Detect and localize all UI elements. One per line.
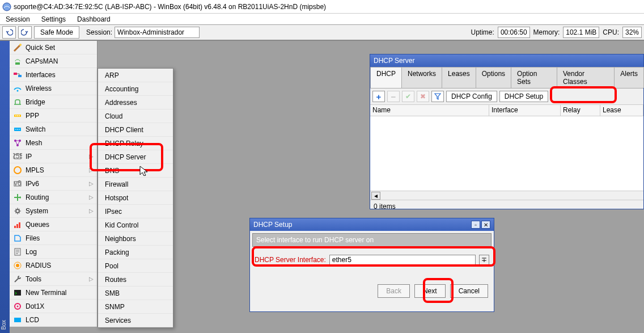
tab-leases[interactable]: Leases: [442, 67, 476, 88]
sidebar-item-ipv6[interactable]: v6IPv6▷: [10, 177, 97, 191]
remove-button[interactable]: −: [387, 91, 400, 102]
menu-settings[interactable]: Settings: [36, 14, 71, 24]
sidebar-item-ppp[interactable]: PPP: [10, 109, 97, 123]
capsman-icon: [13, 57, 22, 66]
dhcp-config-button[interactable]: DHCP Config: [446, 91, 497, 102]
dhcp-server-titlebar[interactable]: DHCP Server: [370, 54, 643, 67]
submenu-dns[interactable]: DNS: [98, 164, 173, 178]
filter-button[interactable]: [431, 91, 444, 102]
sidebar-item-queues[interactable]: Queues: [10, 218, 97, 231]
enable-button[interactable]: ✔: [402, 91, 414, 102]
sidebar-item-system[interactable]: System▷: [10, 204, 97, 218]
chevron-right-icon: ▷: [89, 153, 94, 159]
sidebar-item-bridge[interactable]: Bridge: [10, 95, 97, 109]
sidebar-item-switch[interactable]: Switch: [10, 123, 97, 136]
dhcp-grid-body[interactable]: [370, 116, 643, 191]
romon-stripe: Box: [0, 41, 10, 333]
submenu-firewall[interactable]: Firewall: [98, 178, 173, 191]
files-icon: [13, 234, 22, 243]
submenu-services[interactable]: Services: [98, 314, 173, 327]
submenu-arp[interactable]: ARP: [98, 69, 173, 82]
next-button[interactable]: Next: [414, 284, 446, 298]
sidebar-item-quickset[interactable]: Quick Set: [10, 41, 97, 54]
submenu-hotspot[interactable]: Hotspot: [98, 191, 173, 205]
back-button[interactable]: Back: [378, 284, 410, 298]
submenu-kidcontrol[interactable]: Kid Control: [98, 218, 173, 232]
window-minimize-button[interactable]: ▫: [471, 221, 480, 229]
dhcp-interface-label: DHCP Server Interface:: [255, 256, 326, 264]
dhcp-setup-titlebar[interactable]: DHCP Setup ▫ ✕: [250, 218, 494, 231]
window-title: soporte@C4:AD:34:7E:92:5C (LAB-ISP-ABC) …: [14, 3, 326, 11]
session-field[interactable]: Winbox-Administrador: [115, 27, 200, 38]
sidebar-item-dot1x[interactable]: Dot1X: [10, 300, 97, 313]
svg-rect-4: [18, 75, 22, 77]
sidebar-item-files[interactable]: Files: [10, 231, 97, 245]
tab-networks[interactable]: Networks: [401, 67, 442, 88]
submenu-packing[interactable]: Packing: [98, 246, 173, 259]
sidebar-item-radius[interactable]: RADIUS: [10, 259, 97, 272]
sidebar-item-routing[interactable]: Routing▷: [10, 191, 97, 204]
svg-rect-22: [19, 222, 20, 228]
submenu-smb[interactable]: SMB: [98, 286, 173, 300]
window-close-button[interactable]: ✕: [481, 221, 490, 229]
submenu-pool[interactable]: Pool: [98, 259, 173, 273]
x-icon: ✖: [420, 92, 426, 100]
sidebar-item-log[interactable]: Log: [10, 245, 97, 259]
tab-optionsets[interactable]: Option Sets: [511, 67, 557, 88]
svg-point-19: [16, 209, 19, 213]
submenu-accounting[interactable]: Accounting: [98, 82, 173, 96]
dhcp-setup-body: Select interface to run DHCP server on D…: [250, 233, 494, 305]
sidebar-item-mpls[interactable]: MPLS▷: [10, 163, 97, 177]
sidebar-item-interfaces[interactable]: Interfaces: [10, 68, 97, 82]
dhcp-interface-input[interactable]: ether5: [329, 255, 476, 265]
chevron-down-icon: ∓: [481, 256, 487, 264]
col-lease[interactable]: Lease: [600, 105, 643, 116]
tab-vendorclasses[interactable]: Vendor Classes: [557, 67, 615, 88]
sidebar-item-ip[interactable]: 255IP▷: [10, 150, 97, 163]
submenu-addresses[interactable]: Addresses: [98, 96, 173, 109]
col-interface[interactable]: Interface: [489, 105, 561, 116]
sidebar-item-mesh[interactable]: Mesh: [10, 136, 97, 150]
col-name[interactable]: Name: [370, 105, 489, 116]
window-titlebar: soporte@C4:AD:34:7E:92:5C (LAB-ISP-ABC) …: [0, 0, 644, 14]
tab-dhcp[interactable]: DHCP: [370, 67, 402, 88]
wand-icon: [13, 43, 22, 52]
submenu-dhcprelay[interactable]: DHCP Relay: [98, 137, 173, 150]
tab-options[interactable]: Options: [476, 67, 511, 88]
col-relay[interactable]: Relay: [561, 105, 600, 116]
scroll-left-icon[interactable]: ◂: [371, 192, 380, 200]
submenu-dhcpclient[interactable]: DHCP Client: [98, 123, 173, 137]
add-button[interactable]: +: [372, 91, 385, 102]
h-scrollbar[interactable]: ◂: [370, 191, 643, 200]
submenu-neighbors[interactable]: Neighbors: [98, 232, 173, 246]
log-icon: [13, 247, 22, 256]
menu-dashboard[interactable]: Dashboard: [71, 14, 116, 24]
safe-mode-button[interactable]: Safe Mode: [34, 26, 79, 39]
sidebar-item-capsman[interactable]: CAPsMAN: [10, 54, 97, 68]
sidebar-item-newterminal[interactable]: New Terminal: [10, 286, 97, 300]
disable-button[interactable]: ✖: [417, 91, 429, 102]
submenu-cloud[interactable]: Cloud: [98, 109, 173, 123]
undo-button[interactable]: [2, 26, 16, 39]
sidebar-item-tools[interactable]: Tools▷: [10, 272, 97, 286]
svg-point-8: [17, 115, 18, 116]
submenu-ipsec[interactable]: IPsec: [98, 205, 173, 218]
sidebar-item-wireless[interactable]: Wireless: [10, 82, 97, 95]
tools-icon: [13, 275, 22, 284]
tab-alerts[interactable]: Alerts: [614, 67, 644, 88]
submenu-dhcpserver[interactable]: DHCP Server: [98, 150, 173, 164]
menu-session[interactable]: Session: [0, 14, 36, 24]
submenu-snmp[interactable]: SNMP: [98, 300, 173, 314]
sidebar-item-lcd[interactable]: LCD: [10, 313, 97, 327]
cancel-button[interactable]: Cancel: [450, 284, 488, 298]
dhcp-setup-instruction: Select interface to run DHCP server on: [252, 233, 492, 247]
submenu-routes[interactable]: Routes: [98, 273, 173, 286]
svg-point-7: [15, 115, 16, 116]
dropdown-button[interactable]: ∓: [479, 255, 489, 265]
redo-button[interactable]: [18, 26, 32, 39]
svg-point-9: [19, 115, 20, 116]
dhcp-setup-button[interactable]: DHCP Setup: [499, 91, 548, 102]
svg-text:v6: v6: [14, 179, 22, 187]
session-label: Session:: [86, 28, 112, 36]
dhcp-grid-header: Name Interface Relay Lease: [370, 105, 643, 116]
